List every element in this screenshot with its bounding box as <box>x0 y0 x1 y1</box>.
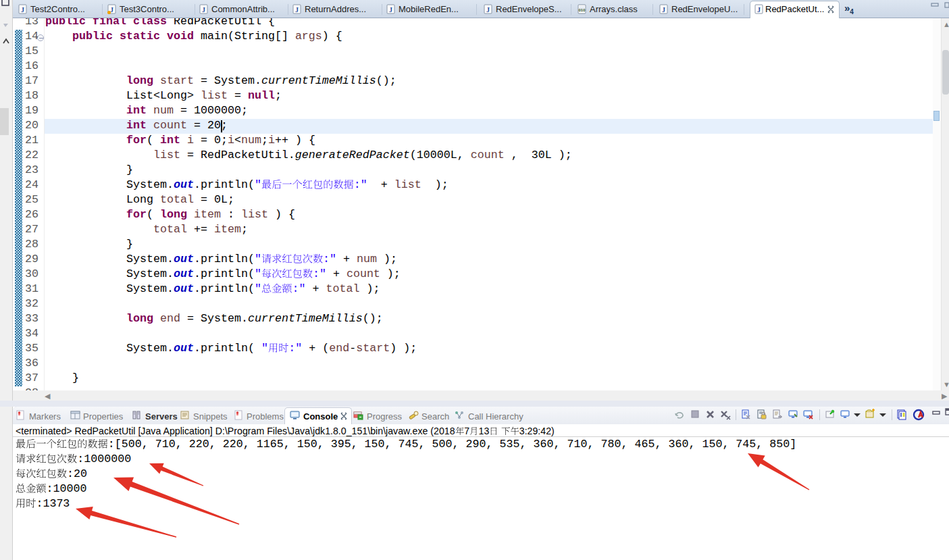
svg-text:J: J <box>21 6 24 14</box>
svg-text:J: J <box>486 6 490 14</box>
svg-text:J: J <box>662 6 665 14</box>
svg-text:J: J <box>389 6 392 14</box>
svg-text:J: J <box>202 6 205 14</box>
svg-text:J: J <box>295 6 299 14</box>
svg-text:J: J <box>757 6 761 14</box>
svg-text:010: 010 <box>578 8 586 12</box>
